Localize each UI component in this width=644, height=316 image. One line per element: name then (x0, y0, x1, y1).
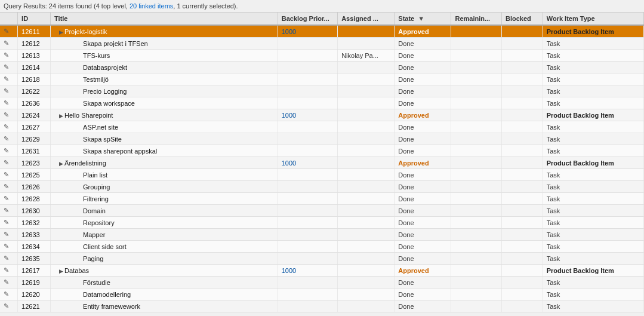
row-title[interactable]: Mapper (51, 229, 278, 241)
state-value: Done (398, 88, 414, 95)
row-icons: ✎ (0, 289, 18, 300)
row-title[interactable]: Client side sort (51, 241, 278, 253)
table-row[interactable]: ✎12636Skapa workspaceDoneTask (0, 97, 644, 109)
expand-icon[interactable]: ▶ (59, 29, 63, 35)
row-title[interactable]: Skapa workspace (51, 97, 278, 109)
row-title[interactable]: TFS-kurs (51, 50, 278, 62)
row-title[interactable]: Testmiljö (51, 73, 278, 85)
state-value: Done (398, 303, 414, 310)
linked-items-link[interactable]: 20 linked items (130, 2, 173, 10)
row-remaining (451, 85, 502, 97)
row-title[interactable]: Grouping (51, 181, 278, 193)
table-header: ID Title Backlog Prior... Assigned ... S… (0, 13, 644, 25)
state-value: Done (398, 219, 414, 226)
row-title[interactable]: Domain (51, 205, 278, 217)
row-blocked (502, 253, 543, 265)
col-header-backlog[interactable]: Backlog Prior... (278, 13, 337, 25)
row-backlog (278, 145, 337, 157)
row-assigned (338, 193, 395, 205)
row-title[interactable]: Entity framewework (51, 300, 278, 312)
state-value: Done (398, 124, 414, 131)
row-id: 12629 (18, 133, 51, 145)
state-value: Approved (398, 112, 429, 119)
col-header-id[interactable]: ID (18, 13, 51, 25)
table-row[interactable]: ✎12626GroupingDoneTask (0, 181, 644, 193)
expand-icon[interactable]: ▶ (59, 268, 63, 274)
row-remaining (451, 133, 502, 145)
table-row[interactable]: ✎12614DatabasprojektDoneTask (0, 62, 644, 73)
table-row[interactable]: ✎12621Entity frameweworkDoneTask (0, 300, 644, 312)
row-state: Done (395, 181, 451, 193)
row-title[interactable]: Plain list (51, 169, 278, 181)
table-row[interactable]: ✎12629Skapa spSiteDoneTask (0, 133, 644, 145)
col-header-assigned[interactable]: Assigned ... (338, 13, 395, 25)
table-row[interactable]: ✎12631Skapa sharepont appskalDoneTask (0, 145, 644, 157)
row-assigned (338, 253, 395, 265)
col-header-blocked[interactable]: Blocked (502, 13, 543, 25)
edit-icon: ✎ (4, 254, 9, 262)
backlog-value: 1000 (282, 28, 296, 35)
row-title[interactable]: Skapa sharepont appskal (51, 145, 278, 157)
col-header-title[interactable]: Title (51, 13, 278, 25)
row-title[interactable]: Paging (51, 253, 278, 265)
row-icons: ✎ (0, 25, 18, 38)
row-title[interactable]: Filtrering (51, 193, 278, 205)
col-header-state[interactable]: State ▼ (395, 13, 451, 25)
col-header-workitem[interactable]: Work Item Type (543, 13, 643, 25)
row-workitem: Product Backlog Item (543, 157, 643, 169)
row-backlog (278, 121, 337, 133)
row-icons: ✎ (0, 109, 18, 121)
table-row[interactable]: ✎12624▶Hello Sharepoint1000ApprovedProdu… (0, 109, 644, 121)
row-icons: ✎ (0, 253, 18, 265)
table-row[interactable]: ✎12612Skapa projekt i TFSenDoneTask (0, 38, 644, 50)
row-workitem: Task (543, 193, 643, 205)
table-row[interactable]: ✎12620DatamodelleringDoneTask (0, 289, 644, 300)
table-row[interactable]: ✎12630DomainDoneTask (0, 205, 644, 217)
workitem-value: Task (547, 195, 560, 203)
table-row[interactable]: ✎12623▶Ärendelistning1000ApprovedProduct… (0, 157, 644, 169)
row-title[interactable]: Datamodellering (51, 289, 278, 300)
table-row[interactable]: ✎12625Plain listDoneTask (0, 169, 644, 181)
row-title[interactable]: Förstudie (51, 277, 278, 289)
row-id: 12625 (18, 169, 51, 181)
col-header-remaining[interactable]: Remainin... (451, 13, 502, 25)
table-row[interactable]: ✎12635PagingDoneTask (0, 253, 644, 265)
row-title[interactable]: ▶Ärendelistning (51, 157, 278, 169)
workitem-value: Task (547, 88, 560, 95)
backlog-value: 1000 (282, 159, 296, 167)
table-row[interactable]: ✎12619FörstudieDoneTask (0, 277, 644, 289)
table-row[interactable]: ✎12613TFS-kursNikolay Pa...DoneTask (0, 50, 644, 62)
row-title[interactable]: Repository (51, 217, 278, 229)
row-title[interactable]: Skapa projekt i TFSen (51, 38, 278, 50)
table-row[interactable]: ✎12628FiltreringDoneTask (0, 193, 644, 205)
table-row[interactable]: ✎12618TestmiljöDoneTask (0, 73, 644, 85)
table-row[interactable]: ✎12632RepositoryDoneTask (0, 217, 644, 229)
row-assigned (338, 289, 395, 300)
table-row[interactable]: ✎12622Precio LoggingDoneTask (0, 85, 644, 97)
row-workitem: Task (543, 73, 643, 85)
row-title[interactable]: ASP.net site (51, 121, 278, 133)
expand-icon[interactable]: ▶ (59, 161, 63, 167)
row-backlog (278, 241, 337, 253)
row-backlog (278, 289, 337, 300)
row-title[interactable]: Skapa spSite (51, 133, 278, 145)
row-icons: ✎ (0, 265, 18, 277)
row-title[interactable]: Precio Logging (51, 85, 278, 97)
col-header-icons[interactable] (0, 13, 18, 25)
row-assigned (338, 62, 395, 73)
row-title[interactable]: Databasprojekt (51, 62, 278, 73)
table-row[interactable]: ✎12611▶Projekt-logistik1000ApprovedProdu… (0, 25, 644, 38)
row-backlog (278, 181, 337, 193)
table-row[interactable]: ✎12633MapperDoneTask (0, 229, 644, 241)
row-title[interactable]: ▶Hello Sharepoint (51, 109, 278, 121)
row-state: Done (395, 62, 451, 73)
table-row[interactable]: ✎12617▶Databas1000ApprovedProduct Backlo… (0, 265, 644, 277)
row-id: 12620 (18, 289, 51, 300)
state-value: Done (398, 231, 414, 238)
table-row[interactable]: ✎12627ASP.net siteDoneTask (0, 121, 644, 133)
row-title[interactable]: ▶Databas (51, 265, 278, 277)
workitem-value: Task (547, 40, 560, 47)
table-row[interactable]: ✎12634Client side sortDoneTask (0, 241, 644, 253)
expand-icon[interactable]: ▶ (59, 113, 63, 119)
row-title[interactable]: ▶Projekt-logistik (51, 25, 278, 38)
